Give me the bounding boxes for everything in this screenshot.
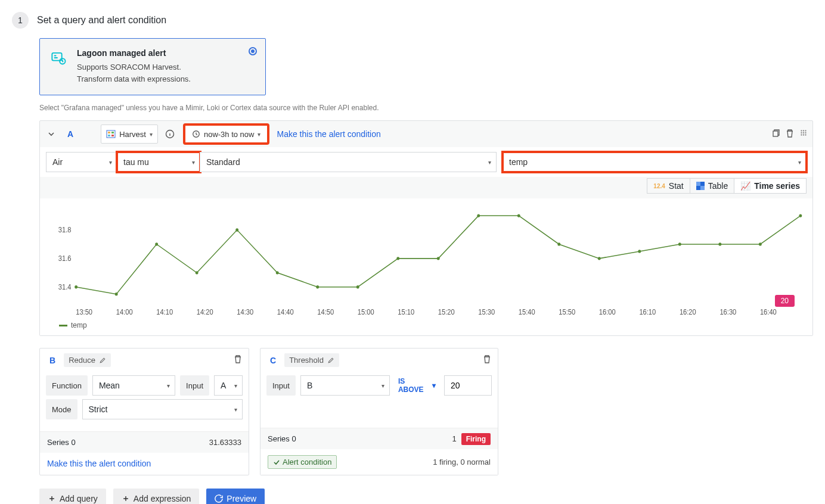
svg-point-47 (356, 285, 359, 288)
alert-type-radio[interactable] (249, 47, 257, 55)
svg-point-44 (235, 229, 238, 232)
trash-icon[interactable] (785, 129, 795, 140)
svg-point-43 (196, 271, 199, 274)
filter-standard-select[interactable]: Standard▾ (200, 152, 497, 172)
svg-point-53 (598, 257, 601, 260)
filter-tau-value: tau mu (123, 157, 149, 167)
filter-temp-value: temp (509, 157, 528, 167)
svg-point-58 (799, 214, 802, 217)
chevron-down-icon: ▾ (150, 131, 153, 138)
svg-text:14:40: 14:40 (277, 308, 294, 316)
preview-button[interactable]: Preview (206, 489, 265, 504)
collapse-query-icon[interactable] (45, 127, 58, 141)
trash-icon[interactable] (482, 354, 492, 366)
firing-badge: Firing (461, 433, 491, 445)
svg-text:31.4: 31.4 (58, 283, 72, 291)
svg-text:15:40: 15:40 (519, 308, 535, 316)
stat-icon: 12.4 (653, 183, 665, 189)
pencil-icon (327, 357, 334, 364)
mode-label: Mode (46, 399, 77, 419)
alert-card-desc1: Supports SORACOM Harvest. (77, 61, 191, 73)
filter-standard-value: Standard (206, 157, 240, 167)
mode-select[interactable]: Strict▾ (82, 399, 243, 419)
reduce-tag[interactable]: Reduce (64, 353, 111, 367)
pencil-icon (99, 357, 106, 364)
reduce-input-select[interactable]: A▾ (214, 375, 243, 396)
time-range-label: now-3h to now (204, 130, 255, 139)
svg-rect-5 (108, 135, 110, 136)
viz-tab-timeseries[interactable]: 📈Time series (734, 178, 807, 194)
svg-point-15 (803, 134, 804, 135)
query-letter-a: A (63, 127, 78, 141)
svg-point-52 (557, 243, 560, 246)
reduce-make-condition-link[interactable]: Make this the alert condition (47, 459, 151, 468)
svg-text:16:20: 16:20 (680, 308, 696, 316)
svg-rect-3 (108, 132, 110, 133)
function-select[interactable]: Mean▾ (92, 375, 175, 396)
svg-text:31.8: 31.8 (58, 226, 72, 234)
svg-point-51 (517, 214, 520, 217)
svg-point-50 (477, 214, 480, 217)
chart-legend: temp (46, 321, 807, 329)
annotation-badge: 20 (775, 295, 795, 307)
threshold-letter: C (266, 354, 280, 367)
svg-point-16 (805, 130, 806, 131)
make-alert-condition-link[interactable]: Make this the alert condition (277, 129, 380, 139)
svg-point-14 (803, 132, 804, 133)
reduce-card: B Reduce Function Mean▾ Input A▾ Mode St… (39, 348, 249, 475)
svg-point-42 (155, 243, 158, 246)
viz-tab-stat[interactable]: 12.4Stat (647, 178, 690, 194)
filter-temp-select[interactable]: temp▾ (503, 152, 807, 172)
reduce-series-label: Series 0 (47, 438, 76, 447)
threshold-operator[interactable]: IS ABOVE ▾ (395, 377, 439, 394)
threshold-value-input[interactable] (444, 375, 492, 396)
query-panel-a: A Harvest ▾ now-3h to now ▾ Make this th… (39, 120, 813, 336)
reduce-letter: B (46, 354, 59, 367)
svg-point-45 (276, 271, 279, 274)
svg-rect-4 (111, 132, 114, 133)
filter-tau-select[interactable]: tau mu▾ (117, 152, 200, 172)
viz-tab-stat-label: Stat (669, 181, 684, 191)
threshold-series-value: 1 (452, 434, 456, 443)
table-icon (696, 182, 705, 190)
datasource-select[interactable]: Harvest ▾ (101, 125, 158, 144)
add-expression-button[interactable]: ＋Add expression (113, 489, 200, 504)
filter-air-select[interactable]: Air▾ (46, 152, 117, 172)
threshold-card: C Threshold Input B▾ IS ABOVE ▾ Series 0… (260, 348, 498, 475)
chevron-down-icon: ▾ (258, 131, 260, 138)
threshold-tag[interactable]: Threshold (284, 353, 339, 367)
trash-icon[interactable] (233, 354, 243, 366)
svg-text:16:30: 16:30 (719, 308, 736, 316)
datasource-icon (106, 129, 116, 139)
svg-text:14:50: 14:50 (317, 308, 334, 316)
svg-point-57 (759, 243, 762, 246)
copy-icon[interactable] (771, 129, 780, 140)
viz-tab-table[interactable]: Table (690, 178, 734, 194)
svg-point-41 (115, 293, 118, 295)
svg-text:16:40: 16:40 (760, 308, 777, 316)
svg-point-12 (801, 134, 802, 135)
svg-text:14:10: 14:10 (156, 308, 173, 316)
time-range-select[interactable]: now-3h to now ▾ (184, 125, 269, 144)
alert-card-title: Lagoon managed alert (77, 48, 191, 58)
filter-air-value: Air (52, 157, 63, 167)
lagoon-icon (51, 48, 69, 85)
reduce-series-value: 31.63333 (209, 438, 241, 447)
alert-condition-chip: Alert condition (268, 455, 337, 469)
drag-handle-icon[interactable] (799, 129, 808, 140)
svg-text:16:00: 16:00 (599, 308, 616, 316)
datasource-label: Harvest (119, 130, 146, 139)
threshold-summary: 1 firing, 0 normal (433, 458, 491, 466)
timeseries-icon: 📈 (740, 181, 750, 191)
svg-text:31.6: 31.6 (58, 254, 72, 263)
alert-card-desc2: Transform data with expressions. (77, 73, 191, 85)
svg-point-54 (638, 250, 641, 253)
add-query-button[interactable]: ＋Add query (39, 489, 106, 504)
svg-text:16:10: 16:10 (639, 308, 656, 316)
threshold-input-label: Input (266, 375, 296, 396)
svg-text:15:30: 15:30 (478, 308, 495, 316)
info-icon[interactable] (163, 127, 177, 141)
threshold-input-select[interactable]: B▾ (300, 375, 390, 396)
svg-point-49 (437, 257, 440, 260)
alert-type-card[interactable]: Lagoon managed alert Supports SORACOM Ha… (39, 38, 266, 95)
